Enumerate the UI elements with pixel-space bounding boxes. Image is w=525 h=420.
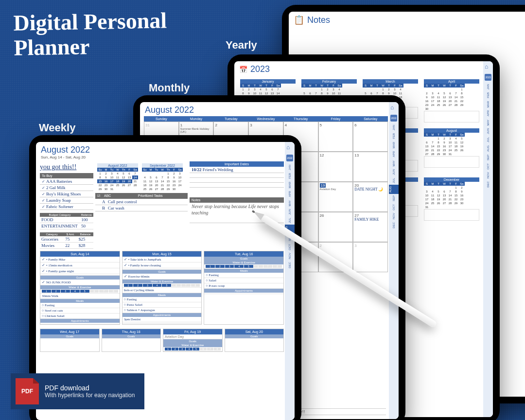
month-cell-6[interactable]: 6 (353, 122, 388, 152)
to-buy-item[interactable]: Boy's Hiking Shoes (40, 191, 93, 197)
day-block[interactable]: Fri, Aug 19Aviation DayGoalsWater & Exer… (163, 329, 223, 352)
monthly-header: August 2022 (140, 102, 399, 116)
sidebar-month[interactable]: DEC (487, 180, 490, 189)
hero-line2: Planner (14, 33, 167, 60)
month-dow: Friday (318, 116, 353, 122)
sidebar-month[interactable]: DEC (288, 261, 291, 270)
sidebar-month[interactable]: NOV (392, 211, 395, 221)
yearly-title[interactable]: 2023 (250, 64, 270, 74)
to-buy-item[interactable]: AAA Batteries (40, 178, 93, 185)
sidebar-month[interactable]: APR (487, 109, 490, 118)
sidebar-month[interactable]: MAY (288, 199, 291, 208)
weekly-title[interactable]: August 2022 (41, 145, 90, 155)
mini-cal[interactable]: August 2022SuMTuWThFSa123456789101112131… (96, 162, 139, 192)
sidebar-month[interactable]: AUG (487, 144, 490, 153)
home-icon[interactable]: ⌂ (485, 63, 491, 70)
month-cell[interactable]: 3 (353, 242, 388, 272)
weekly-top-row: you got this!! To Buy AAA Batteries2 Gal… (36, 161, 295, 249)
sidebar-month[interactable]: OCT (392, 203, 395, 212)
sidebar-month[interactable]: MAR (392, 140, 395, 150)
year-badge[interactable]: 2023 (485, 74, 491, 81)
month-cell-5[interactable]: 5 (318, 122, 353, 152)
sidebar-month[interactable]: JAN (487, 83, 490, 91)
sidebar-month[interactable]: JUN (288, 208, 291, 216)
task-list: ACall pest controlBCar wash (95, 199, 188, 211)
sidebar-month[interactable]: DEC (392, 221, 395, 230)
sidebar-month[interactable]: NOV (487, 171, 490, 180)
yearly-header: 📅 2023 (234, 61, 493, 75)
month-cell-19[interactable]: 19Aviation Day (318, 182, 353, 212)
day-block[interactable]: Tue, Aug 16GoalsWater & Exercise12345678… (204, 251, 284, 325)
sidebar-month[interactable]: OCT (487, 162, 490, 171)
sidebar-month[interactable]: JUL (288, 216, 291, 225)
month-cell-12[interactable]: 12 (318, 152, 353, 182)
month-dow: Monday (179, 116, 214, 122)
mini-cal[interactable]: September 2022SuMTuWThFSa123456789101112… (141, 162, 184, 192)
tasks-header: Prioritized Tasks (115, 194, 186, 198)
sidebar-month[interactable]: JAN (392, 123, 395, 132)
sidebar-month[interactable]: JAN (288, 163, 291, 172)
sidebar-month[interactable]: NOV (288, 251, 291, 261)
to-buy-item[interactable]: 2 Gal Milk (40, 185, 93, 191)
label-monthly: Monthly (149, 82, 190, 94)
monthly-title[interactable]: August 2022 (145, 105, 194, 115)
home-icon[interactable]: ⌂ (390, 104, 397, 111)
sidebar-month[interactable]: JUL (392, 176, 395, 185)
label-yearly: Yearly (226, 39, 257, 52)
month-cell-26[interactable]: 26 (318, 212, 353, 242)
home-icon[interactable]: ⌂ (286, 144, 293, 151)
year-month-December[interactable]: DecemberSMTWTFSa123456789101112131415161… (423, 176, 480, 222)
year-month-April[interactable]: AprilSMTWTFSa123456789101112131415161718… (423, 78, 480, 123)
notes-title: Notes (307, 15, 330, 25)
to-buy-header: To Buy (40, 173, 93, 178)
day-block[interactable]: Sun, Aug 14• Family Hike• 15min meditati… (40, 251, 120, 325)
monthly-sidebar[interactable]: ⌂ 2022 JANFEBMARAPRMAYJUNJULAUGSEPOCTNOV… (389, 102, 399, 419)
sidebar-month[interactable]: MAY (392, 159, 395, 168)
hero-title: Digital Personal Planner (13, 8, 167, 60)
month-dow: Sunday (144, 116, 179, 122)
day-block[interactable]: Mon, Aug 15• Take kids to JumpPark• Fami… (122, 251, 202, 325)
month-cell-27[interactable]: 27FAMILY HIKE (353, 212, 388, 242)
sidebar-month[interactable]: MAY (487, 118, 490, 127)
sidebar-month[interactable]: AUG (389, 185, 399, 194)
month-dow: Thursday (283, 116, 318, 122)
calendar-icon: 📅 (239, 66, 247, 73)
month-cell-20[interactable]: 20DATE NIGHT 🌙 (353, 182, 388, 212)
sidebar-month[interactable]: JUN (487, 127, 490, 136)
month-dow: Tuesday (213, 116, 248, 122)
spend-table: Category$ Amt.Balance Groceries75$25Movi… (40, 232, 93, 249)
to-buy-item[interactable]: Laundry Soap (40, 197, 93, 204)
month-dow: Wednesday (248, 116, 283, 122)
weekly-motto: you got this!! (40, 161, 93, 173)
day-block[interactable]: Wed, Aug 17Goals (40, 329, 100, 352)
sidebar-month[interactable]: APR (288, 190, 291, 198)
hero-line1: Digital Personal (13, 8, 167, 35)
to-buy-list: AAA Batteries2 Gal MilkBoy's Hiking Shoe… (40, 178, 93, 210)
mini-calendars[interactable]: August 2022SuMTuWThFSa123456789101112131… (95, 161, 188, 193)
sidebar-month[interactable]: FEB (392, 132, 395, 140)
month-cell-13[interactable]: 13 (353, 152, 388, 182)
sidebar-month[interactable]: FEB (487, 91, 490, 100)
to-buy-item[interactable]: Fabric Softener (40, 204, 93, 210)
notes-header: Notes (190, 197, 284, 203)
weekly-sidebar[interactable]: ⌂ 2022 JANFEBMARAPRMAYJUNJULAUGSEPOCTNOV… (285, 142, 295, 420)
day-block[interactable]: Thu, Aug 18Goals (102, 329, 161, 352)
sidebar-month[interactable]: FEB (288, 172, 291, 180)
yearly-sidebar[interactable]: ⌂ 2023 JANFEBMARAPRMAYJUNJULAUGSEPOCTNOV… (483, 61, 493, 417)
sidebar-month[interactable]: MAR (288, 180, 291, 190)
sidebar-month[interactable]: SEP (487, 153, 490, 162)
pdf-badge[interactable]: PDF PDF download With hyperlinks for eas… (11, 373, 144, 409)
year-badge[interactable]: 2022 (390, 115, 397, 122)
day-block[interactable]: Sat, Aug 20Goals (225, 329, 284, 352)
sidebar-month[interactable]: OCT (288, 243, 291, 252)
sidebar-month[interactable]: MAR (487, 100, 490, 109)
sidebar-month[interactable]: JUL (487, 136, 490, 144)
important-list: 10/22 Friend's Wedding (190, 167, 284, 188)
notes-header: 📋 Notes (289, 12, 525, 26)
sidebar-month[interactable]: APR (392, 150, 395, 158)
year-month-August[interactable]: AugustSMTWTFSa12345678910111213141516171… (423, 127, 480, 173)
month-dow: Saturday (353, 116, 388, 122)
sidebar-month[interactable]: SEP (392, 194, 395, 203)
sidebar-month[interactable]: JUN (392, 168, 395, 176)
year-badge[interactable]: 2022 (286, 155, 293, 161)
